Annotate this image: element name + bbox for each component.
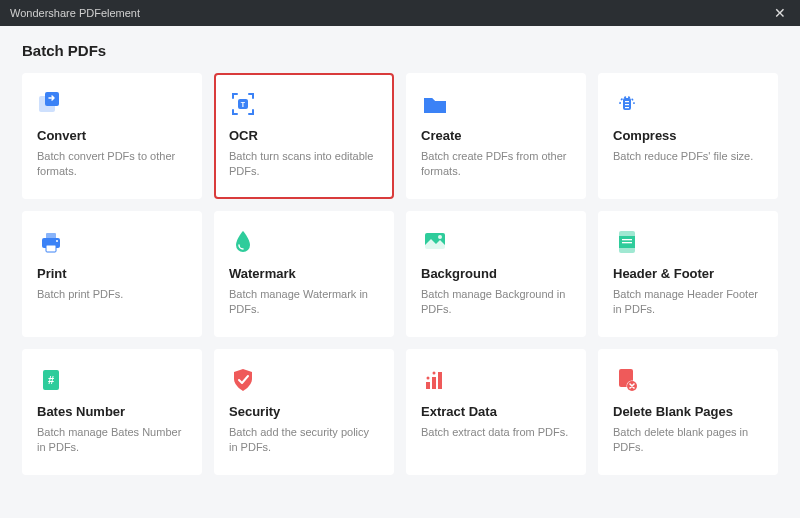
watermark-icon: [229, 228, 257, 256]
svg-point-11: [56, 240, 58, 242]
card-desc: Batch create PDFs from other formats.: [421, 149, 571, 180]
svg-rect-10: [46, 245, 56, 252]
svg-rect-18: [622, 242, 632, 243]
svg-point-13: [438, 235, 442, 239]
svg-rect-16: [619, 248, 635, 253]
card-desc: Batch manage Header Footer in PDFs.: [613, 287, 763, 318]
print-icon: [37, 228, 65, 256]
close-icon[interactable]: ✕: [770, 5, 790, 21]
svg-rect-6: [625, 104, 629, 105]
card-desc: Batch manage Background in PDFs.: [421, 287, 571, 318]
card-desc: Batch convert PDFs to other formats.: [37, 149, 187, 180]
window-title: Wondershare PDFelement: [10, 7, 140, 19]
svg-rect-15: [619, 231, 635, 236]
card-desc: Batch extract data from PDFs.: [421, 425, 571, 440]
page-title: Batch PDFs: [22, 42, 778, 59]
titlebar: Wondershare PDFelement ✕: [0, 0, 800, 26]
card-header-footer[interactable]: Header & FooterBatch manage Header Foote…: [598, 211, 778, 337]
svg-point-24: [427, 377, 430, 380]
card-title: Extract Data: [421, 404, 571, 419]
svg-rect-7: [625, 107, 629, 108]
card-ocr[interactable]: TOCRBatch turn scans into editable PDFs.: [214, 73, 394, 199]
card-desc: Batch manage Bates Number in PDFs.: [37, 425, 187, 456]
svg-rect-22: [432, 377, 436, 389]
card-delete-blank-pages[interactable]: Delete Blank PagesBatch delete blank pag…: [598, 349, 778, 475]
compress-icon: [613, 90, 641, 118]
card-title: OCR: [229, 128, 379, 143]
card-compress[interactable]: CompressBatch reduce PDFs' file size.: [598, 73, 778, 199]
card-title: Watermark: [229, 266, 379, 281]
card-security[interactable]: SecurityBatch add the security policy in…: [214, 349, 394, 475]
svg-text:#: #: [48, 374, 54, 386]
content-area: Batch PDFs ConvertBatch convert PDFs to …: [0, 26, 800, 493]
card-print[interactable]: PrintBatch print PDFs.: [22, 211, 202, 337]
svg-rect-17: [622, 239, 632, 240]
svg-rect-23: [438, 372, 442, 389]
card-extract-data[interactable]: Extract DataBatch extract data from PDFs…: [406, 349, 586, 475]
card-convert[interactable]: ConvertBatch convert PDFs to other forma…: [22, 73, 202, 199]
card-background[interactable]: BackgroundBatch manage Background in PDF…: [406, 211, 586, 337]
card-watermark[interactable]: WatermarkBatch manage Watermark in PDFs.: [214, 211, 394, 337]
card-title: Bates Number: [37, 404, 187, 419]
svg-text:T: T: [241, 101, 246, 108]
background-icon: [421, 228, 449, 256]
card-desc: Batch manage Watermark in PDFs.: [229, 287, 379, 318]
delete-blank-icon: [613, 366, 641, 394]
card-desc: Batch add the security policy in PDFs.: [229, 425, 379, 456]
svg-rect-21: [426, 382, 430, 389]
card-title: Print: [37, 266, 187, 281]
header-footer-icon: [613, 228, 641, 256]
svg-point-25: [433, 372, 436, 375]
extract-data-icon: [421, 366, 449, 394]
card-title: Compress: [613, 128, 763, 143]
card-create[interactable]: CreateBatch create PDFs from other forma…: [406, 73, 586, 199]
card-grid: ConvertBatch convert PDFs to other forma…: [22, 73, 778, 475]
svg-rect-5: [625, 101, 629, 102]
card-title: Delete Blank Pages: [613, 404, 763, 419]
card-desc: Batch print PDFs.: [37, 287, 187, 302]
card-desc: Batch turn scans into editable PDFs.: [229, 149, 379, 180]
card-bates-number[interactable]: #Bates NumberBatch manage Bates Number i…: [22, 349, 202, 475]
bates-number-icon: #: [37, 366, 65, 394]
card-title: Convert: [37, 128, 187, 143]
card-desc: Batch reduce PDFs' file size.: [613, 149, 763, 164]
card-title: Background: [421, 266, 571, 281]
security-icon: [229, 366, 257, 394]
svg-rect-9: [46, 233, 56, 239]
card-title: Header & Footer: [613, 266, 763, 281]
create-icon: [421, 90, 449, 118]
convert-icon: [37, 90, 65, 118]
ocr-icon: T: [229, 90, 257, 118]
card-title: Security: [229, 404, 379, 419]
card-desc: Batch delete blank pages in PDFs.: [613, 425, 763, 456]
card-title: Create: [421, 128, 571, 143]
